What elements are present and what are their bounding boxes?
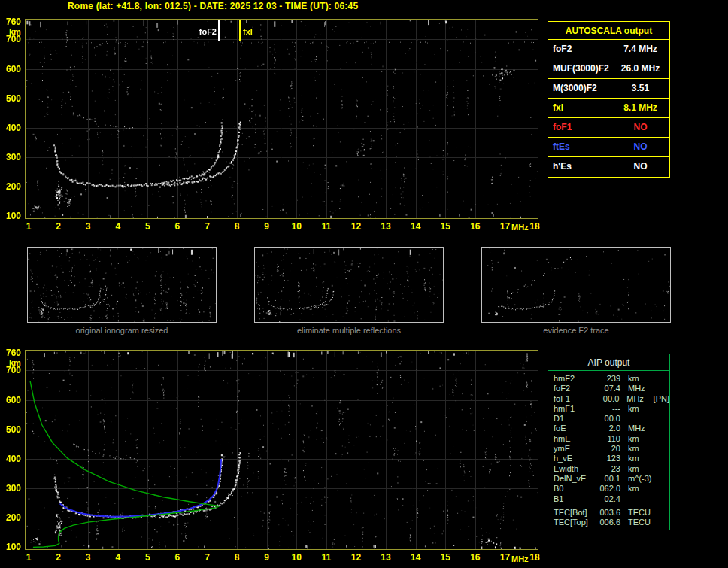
x-axis-tick: 5 [140,222,155,231]
x-axis-tick: 6 [170,222,185,231]
aip-param-value: 062.0 [593,484,620,494]
autoscala-param-name: h'Es [548,157,611,177]
aip-param-note [654,444,655,454]
table-row: fxI 8.1 MHz [548,99,669,118]
aip-param-unit: TECU [620,508,654,518]
x-axis-tick: 7 [200,222,215,231]
aip-param-unit: MHz [620,424,654,433]
aip-param-unit: km [620,454,654,463]
x-axis-tick: 2 [51,222,66,231]
aip-param-unit: km [620,464,654,474]
aip-param-value: 23 [593,464,620,474]
x-axis-tick: 12 [348,222,363,231]
autoscala-param-value: NO [611,118,669,137]
aip-param-name: B0 [548,484,593,494]
x-axis-tick: 10 [289,222,304,231]
x-axis-tick: 13 [378,222,393,231]
thumbnail-caption: eliminate multiple reflections [254,326,444,335]
y-axis-tick: 200 [2,513,21,522]
aip-param-note [654,454,655,463]
table-row: D1 00.0 [548,414,669,424]
x-axis-tick: 7 [200,553,215,562]
aip-param-unit: TECU [620,518,654,527]
aip-tec-section: TEC[Bot] 003.6 TECU TEC[Top] 006.6 TECU [548,506,669,530]
x-axis-tick: 18 [527,222,542,231]
aip-param-note [654,404,655,414]
aip-param-unit: MHz [619,394,651,404]
table-row: h'Es NO [548,157,669,177]
x-axis-tick: 4 [111,553,126,562]
x-axis-tick: 8 [229,553,244,562]
y-axis-tick: 500 [2,425,21,434]
autoscala-param-name: foF2 [548,40,611,59]
autoscala-param-value: 8.1 MHz [611,99,669,117]
ionogram-top-canvas [26,20,538,218]
aip-param-unit: km [620,444,654,454]
table-row: hmE 110 km [548,434,669,444]
autoscala-param-name: fxI [548,99,611,117]
page-title: Rome (lat: +41.8, lon: 012.5) - DATE: 20… [68,1,358,11]
aip-param-value: 00.0 [593,414,620,424]
table-row: Ewidth 23 km [548,464,669,474]
table-row: hmF2 239 km [548,374,669,384]
x-axis-tick: 13 [378,553,393,562]
y-axis-tick: 700 [2,366,21,375]
autoscala-param-value: NO [611,138,669,156]
ionogram-bottom-plot [25,350,538,550]
autoscala-param-value: 26.0 MHz [611,59,669,78]
autoscala-param-name: ftEs [548,138,611,156]
thumbnail-canvas [482,248,670,322]
x-axis-tick: 11 [319,553,334,562]
x-axis-tick: 10 [289,553,304,562]
aip-param-unit: km [620,374,654,384]
x-axis-tick: 16 [468,553,483,562]
y-axis-tick: 760 [2,348,21,357]
aip-param-unit: km [620,484,654,494]
aip-param-note [654,424,655,433]
aip-param-name: ymE [548,444,593,454]
aip-param-name: hmF2 [548,374,593,384]
aip-param-name: h_vE [548,454,593,463]
aip-param-value: 123 [593,454,620,463]
table-row: foF2 7.4 MHz [548,40,669,59]
y-axis-tick: 400 [2,454,21,463]
x-axis-tick: 8 [229,222,244,231]
table-row: DelN_vE 00.1 m^(-3) [548,474,669,484]
table-row: hmF1 --- km [548,404,669,414]
x-axis-tick: 6 [170,553,185,562]
autoscala-param-value: 7.4 MHz [611,40,669,59]
table-row: M(3000)F2 3.51 [548,79,669,99]
aip-param-unit [620,414,654,424]
x-axis-tick: 1 [21,553,36,562]
table-row: foE 2.0 MHz [548,424,669,433]
x-axis-tick: 17 [497,553,512,562]
aip-param-unit: MHz [620,384,654,393]
table-row: ymE 20 km [548,444,669,454]
ionogram-bottom-canvas [26,351,538,549]
aip-param-name: Ewidth [548,464,593,474]
y-axis-tick: 400 [2,123,21,132]
thumbnail-caption: evidence F2 trace [481,326,671,335]
aip-param-unit: km [620,404,654,414]
x-axis-unit-bottom: MHz [511,554,529,563]
aip-param-unit: km [620,434,654,444]
x-axis-tick: 12 [348,553,363,562]
x-axis-tick: 15 [438,222,453,231]
aip-param-note [654,474,655,484]
aip-param-value: 00.1 [593,474,620,484]
thumbnail-original-ionogram [27,247,217,323]
aip-param-name: D1 [548,414,593,424]
autoscala-window: Rome (lat: +41.8, lon: 012.5) - DATE: 20… [0,0,728,568]
aip-param-note [654,414,655,424]
x-axis-tick: 3 [80,553,96,562]
aip-param-value: 003.6 [593,508,620,518]
x-axis-tick: 5 [140,553,155,562]
x-axis-tick: 16 [468,222,483,231]
aip-param-unit [620,494,654,504]
aip-param-name: DelN_vE [548,474,593,484]
aip-param-note [654,434,655,444]
thumbnail-caption: original ionogram resized [27,326,217,335]
ionogram-top-plot: foF2 fxI [25,19,538,219]
table-row: TEC[Bot] 003.6 TECU [548,508,669,518]
x-axis-tick: 1 [21,222,36,231]
